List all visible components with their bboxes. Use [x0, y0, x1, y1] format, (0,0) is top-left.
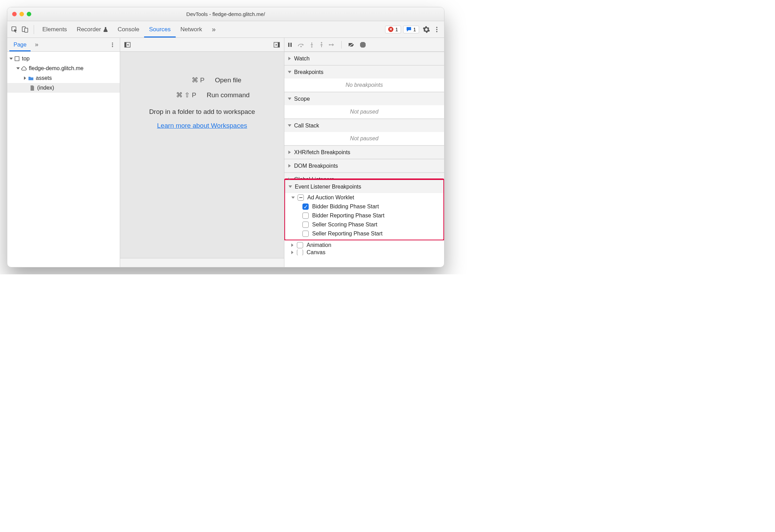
svg-point-8	[112, 46, 113, 47]
step-into-icon[interactable]	[309, 42, 314, 48]
tree-folder-label: assets	[36, 75, 52, 81]
chevron-down-icon	[289, 185, 292, 188]
open-file-label: Open file	[215, 76, 241, 84]
section-breakpoints-header[interactable]: Breakpoints	[284, 65, 444, 78]
svg-point-3	[436, 27, 438, 28]
traffic-lights	[7, 12, 31, 16]
tree-file-index[interactable]: (index)	[7, 83, 120, 93]
tree-top-label: top	[22, 56, 30, 62]
svg-rect-15	[291, 43, 292, 47]
devtools-window: DevTools - fledge-demo.glitch.me/ Elemen…	[7, 7, 444, 267]
step-out-icon[interactable]	[319, 42, 324, 48]
chevron-right-icon	[24, 76, 26, 80]
errors-badge[interactable]: ✕ 1	[385, 26, 401, 33]
section-xhr-title: XHR/fetch Breakpoints	[294, 149, 350, 156]
section-elb-header[interactable]: Event Listener Breakpoints	[285, 180, 443, 193]
tree-origin[interactable]: fledge-demo.glitch.me	[7, 64, 120, 73]
chevron-right-icon	[289, 151, 291, 154]
section-callstack-header[interactable]: Call Stack	[284, 119, 444, 132]
navigator-more-icon[interactable]	[107, 40, 118, 50]
elb-item-label: Seller Scoring Phase Start	[312, 222, 377, 228]
svg-rect-11	[125, 42, 126, 47]
svg-point-18	[321, 42, 322, 43]
messages-badge[interactable]: 1	[403, 26, 419, 33]
learn-workspaces-link[interactable]: Learn more about Workspaces	[157, 122, 247, 130]
close-icon[interactable]	[12, 12, 17, 16]
section-dom-header[interactable]: DOM Breakpoints	[284, 159, 444, 172]
device-toggle-icon[interactable]	[20, 24, 30, 35]
checkbox-icon[interactable]	[297, 250, 303, 255]
editor-footer	[120, 258, 284, 267]
chevron-down-icon	[9, 58, 13, 60]
checkbox-icon[interactable]	[302, 231, 309, 237]
tree-file-label: (index)	[37, 85, 54, 91]
section-scope: Scope Not paused	[284, 92, 444, 119]
tab-console[interactable]: Console	[113, 21, 144, 38]
folder-icon	[28, 75, 34, 81]
panels: Page » top fledge-demo.glitch.me	[7, 38, 444, 267]
tree-folder-assets[interactable]: assets	[7, 73, 120, 83]
zoom-icon[interactable]	[27, 12, 31, 16]
navigator-tabs-overflow-icon[interactable]: »	[31, 38, 42, 51]
navigator-tab-page[interactable]: Page	[9, 38, 31, 51]
chevron-down-icon	[16, 67, 20, 69]
checkbox-icon[interactable]	[302, 222, 309, 228]
chevron-right-icon	[289, 164, 291, 168]
elb-cat-animation[interactable]: Animation	[284, 240, 444, 250]
elb-item-bidder-bidding[interactable]: ✓ Bidder Bidding Phase Start	[285, 202, 443, 211]
chevron-down-icon	[288, 98, 291, 100]
flask-icon	[103, 27, 108, 32]
elb-item-bidder-reporting[interactable]: Bidder Reporting Phase Start	[285, 211, 443, 220]
callstack-empty: Not paused	[284, 132, 444, 145]
section-watch: Watch	[284, 52, 444, 65]
svg-point-19	[329, 44, 330, 45]
show-navigator-icon[interactable]	[122, 40, 133, 50]
checkbox-mixed-icon[interactable]	[298, 194, 304, 201]
tree-top[interactable]: top	[7, 54, 120, 64]
pause-icon[interactable]	[287, 42, 293, 48]
tab-recorder[interactable]: Recorder	[72, 21, 113, 38]
step-icon[interactable]	[329, 42, 335, 47]
editor-pane: ⌘ P Open file ⌘ ⇧ P Run command Drop in …	[120, 38, 284, 267]
breakpoints-empty: No breakpoints	[284, 78, 444, 92]
elb-item-label: Bidder Bidding Phase Start	[312, 203, 379, 210]
file-tree: top fledge-demo.glitch.me assets (index)	[7, 52, 120, 95]
checkbox-icon[interactable]	[302, 213, 309, 219]
show-debugger-icon[interactable]	[272, 40, 282, 50]
elb-cat-canvas[interactable]: Canvas	[284, 250, 444, 255]
minimize-icon[interactable]	[19, 12, 24, 16]
step-over-icon[interactable]	[298, 42, 305, 48]
svg-rect-13	[278, 42, 280, 47]
tab-sources[interactable]: Sources	[144, 21, 175, 38]
file-icon	[30, 85, 35, 91]
settings-icon[interactable]	[421, 24, 432, 35]
pause-exceptions-icon[interactable]	[360, 42, 366, 48]
tabs-overflow-icon[interactable]: »	[207, 21, 220, 38]
chevron-down-icon	[288, 124, 291, 127]
chevron-right-icon	[289, 57, 291, 60]
more-menu-icon[interactable]	[432, 24, 442, 35]
svg-point-7	[112, 44, 113, 45]
elb-cat-ad-worklet[interactable]: Ad Auction Worklet	[285, 193, 443, 202]
chevron-right-icon	[291, 243, 293, 247]
open-file-shortcut: ⌘ P	[163, 76, 205, 84]
chevron-down-icon	[288, 71, 291, 73]
checkbox-checked-icon[interactable]: ✓	[302, 203, 309, 210]
section-scope-header[interactable]: Scope	[284, 92, 444, 105]
chevron-right-icon	[291, 251, 293, 254]
svg-rect-14	[288, 43, 290, 47]
cloud-icon	[21, 66, 27, 71]
section-watch-header[interactable]: Watch	[284, 52, 444, 65]
checkbox-icon[interactable]	[297, 242, 303, 248]
tab-elements[interactable]: Elements	[38, 21, 72, 38]
drop-hint: Drop in a folder to add to workspace	[149, 108, 255, 116]
section-xhr-header[interactable]: XHR/fetch Breakpoints	[284, 146, 444, 159]
debugger-controls	[284, 38, 444, 52]
inspect-icon[interactable]	[9, 24, 20, 35]
elb-item-seller-reporting[interactable]: Seller Reporting Phase Start	[285, 229, 443, 238]
elb-item-seller-scoring[interactable]: Seller Scoring Phase Start	[285, 220, 443, 229]
deactivate-breakpoints-icon[interactable]	[348, 42, 355, 48]
elb-cat-ad-worklet-label: Ad Auction Worklet	[307, 194, 354, 201]
run-command-label: Run command	[207, 91, 250, 99]
tab-network[interactable]: Network	[176, 21, 207, 38]
